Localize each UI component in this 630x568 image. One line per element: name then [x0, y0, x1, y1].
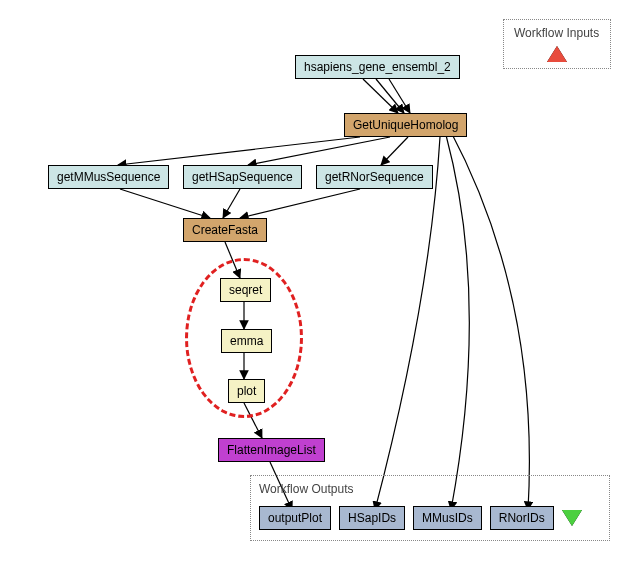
node-label: getMMusSequence — [57, 170, 160, 184]
svg-line-0 — [363, 79, 398, 113]
svg-line-8 — [240, 189, 360, 218]
svg-line-6 — [120, 189, 210, 218]
output-marker-icon — [562, 510, 582, 526]
node-label: getHSapSequence — [192, 170, 293, 184]
node-label: GetUniqueHomolog — [353, 118, 458, 132]
node-emma[interactable]: emma — [221, 329, 272, 353]
node-label: getRNorSequence — [325, 170, 424, 184]
output-hsapids[interactable]: HSapIDs — [339, 506, 405, 530]
node-hsapiens-gene-ensembl-2[interactable]: hsapiens_gene_ensembl_2 — [295, 55, 460, 79]
node-create-fasta[interactable]: CreateFasta — [183, 218, 267, 242]
svg-line-3 — [118, 137, 360, 165]
node-seqret[interactable]: seqret — [220, 278, 271, 302]
node-get-rnor-sequence[interactable]: getRNorSequence — [316, 165, 433, 189]
node-label: plot — [237, 384, 256, 398]
output-label: outputPlot — [268, 511, 322, 525]
node-label: CreateFasta — [192, 223, 258, 237]
output-label: MMusIDs — [422, 511, 473, 525]
node-label: seqret — [229, 283, 262, 297]
node-get-mmus-sequence[interactable]: getMMusSequence — [48, 165, 169, 189]
output-rnorids[interactable]: RNorIDs — [490, 506, 554, 530]
svg-line-1 — [376, 79, 404, 113]
output-label: HSapIDs — [348, 511, 396, 525]
svg-line-7 — [223, 189, 240, 218]
node-flatten-image-list[interactable]: FlattenImageList — [218, 438, 325, 462]
input-marker-icon — [547, 46, 567, 62]
outputs-title: Workflow Outputs — [259, 482, 601, 496]
node-get-hsap-sequence[interactable]: getHSapSequence — [183, 165, 302, 189]
node-get-unique-homolog[interactable]: GetUniqueHomolog — [344, 113, 467, 137]
workflow-outputs-group: Workflow Outputs outputPlot HSapIDs MMus… — [250, 475, 610, 541]
legend-workflow-inputs: Workflow Inputs — [503, 19, 611, 69]
svg-line-4 — [248, 137, 390, 165]
node-plot[interactable]: plot — [228, 379, 265, 403]
output-outputplot[interactable]: outputPlot — [259, 506, 331, 530]
svg-line-5 — [381, 137, 408, 165]
node-label: hsapiens_gene_ensembl_2 — [304, 60, 451, 74]
output-mmusids[interactable]: MMusIDs — [413, 506, 482, 530]
legend-inputs-title: Workflow Inputs — [514, 26, 600, 40]
node-label: FlattenImageList — [227, 443, 316, 457]
svg-line-2 — [389, 79, 410, 113]
node-label: emma — [230, 334, 263, 348]
output-label: RNorIDs — [499, 511, 545, 525]
